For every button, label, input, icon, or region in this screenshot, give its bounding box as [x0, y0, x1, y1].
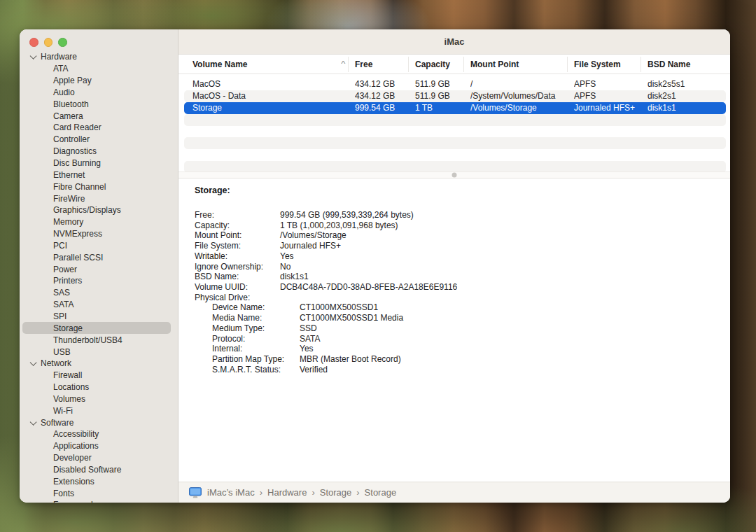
sidebar-item-usb[interactable]: USB: [20, 346, 178, 358]
sidebar-item-label: Extensions: [53, 477, 94, 486]
volumes-table-header: Volume Name^FreeCapacityMount PointFile …: [178, 55, 730, 74]
sidebar-item-thunderbolt-usb4[interactable]: Thunderbolt/USB4: [20, 334, 178, 346]
sidebar-item-accessibility[interactable]: Accessibility: [20, 428, 178, 440]
sidebar-item-label: NVMExpress: [53, 229, 102, 239]
sidebar-item-fibre-channel[interactable]: Fibre Channel: [20, 181, 178, 192]
sidebar-item-label: PCI: [53, 241, 67, 251]
detail-value: DCB4C48A-7DD0-38AD-8FEB-A2A18E6E9116: [280, 282, 457, 293]
detail-label: Writable:: [195, 251, 280, 262]
table-row-macos[interactable]: MacOS434.12 GB511.9 GB/APFSdisk2s5s1: [184, 78, 726, 90]
titlebar[interactable]: iMac: [178, 29, 730, 55]
detail-value: 1 TB (1,000,203,091,968 bytes): [280, 220, 398, 231]
sidebar-group-network[interactable]: Network: [20, 358, 178, 370]
detail-row-free: Free:999.54 GB (999,539,339,264 bytes): [195, 210, 716, 220]
sidebar-item-sas[interactable]: SAS: [20, 287, 178, 299]
pane-splitter[interactable]: [178, 172, 730, 178]
sidebar-item-controller[interactable]: Controller: [20, 134, 178, 146]
sidebar-item-ata[interactable]: ATA: [20, 63, 178, 75]
sidebar-item-firewire[interactable]: FireWire: [20, 192, 178, 204]
sidebar-group-software[interactable]: Software: [20, 416, 178, 428]
sidebar-item-disc-burning[interactable]: Disc Burning: [20, 158, 178, 169]
column-header-free[interactable]: Free: [355, 59, 415, 69]
detail-label: Physical Drive:: [195, 293, 280, 303]
sidebar-item-disabled-software[interactable]: Disabled Software: [20, 464, 178, 476]
cell-bsd-name: disk1s1: [648, 103, 726, 113]
sidebar-item-frameworks[interactable]: Frameworks: [20, 499, 178, 503]
chevron-down-icon[interactable]: [31, 54, 36, 59]
chevron-down-icon[interactable]: [31, 419, 36, 424]
table-row-empty: [184, 137, 726, 149]
sidebar-item-label: SAS: [53, 288, 70, 298]
cell-file-system: APFS: [574, 79, 648, 89]
display-icon: [189, 487, 202, 498]
column-header-file-system[interactable]: File System: [574, 59, 648, 69]
cell-file-system: Journaled HFS+: [574, 103, 648, 113]
column-header-capacity[interactable]: Capacity: [415, 59, 470, 69]
sidebar-item-storage[interactable]: Storage: [22, 322, 171, 334]
sidebar-item-label: USB: [53, 347, 71, 357]
sidebar-item-label: Power: [53, 265, 77, 274]
sidebar-item-sata[interactable]: SATA: [20, 299, 178, 311]
breadcrumb-path: iMac’s iMac›Hardware›Storage›Storage: [207, 487, 396, 498]
sidebar-item-volumes[interactable]: Volumes: [20, 393, 178, 405]
column-header-mount-point[interactable]: Mount Point: [470, 59, 574, 69]
column-header-bsd-name[interactable]: BSD Name: [648, 59, 730, 69]
sidebar-item-label: Software: [41, 418, 74, 428]
column-header-volume-name[interactable]: Volume Name^: [192, 59, 355, 69]
sidebar-item-label: Diagnostics: [53, 146, 97, 156]
sidebar-item-spi[interactable]: SPI: [20, 311, 178, 323]
column-header-label: File System: [574, 59, 621, 69]
detail-row-bsd-name: BSD Name:disk1s1: [195, 272, 716, 282]
breadcrumb-item-storage: Storage: [365, 487, 397, 498]
zoom-button[interactable]: [58, 38, 67, 47]
chevron-down-icon[interactable]: [31, 360, 36, 365]
column-header-label: Mount Point: [470, 59, 519, 69]
sidebar-item-graphics-displays[interactable]: Graphics/Displays: [20, 204, 178, 216]
sidebar-item-power[interactable]: Power: [20, 263, 178, 275]
sidebar-item-audio[interactable]: Audio: [20, 87, 178, 99]
table-row-macos-data[interactable]: MacOS - Data434.12 GB511.9 GB/System/Vol…: [184, 90, 726, 102]
sidebar-item-label: Controller: [53, 134, 90, 144]
sidebar-item-camera[interactable]: Camera: [20, 110, 178, 122]
sidebar-item-memory[interactable]: Memory: [20, 216, 178, 228]
detail-value: SSD: [300, 323, 317, 334]
detail-value: Journaled HFS+: [280, 241, 341, 251]
sidebar-item-card-reader[interactable]: Card Reader: [20, 122, 178, 134]
sidebar-item-applications[interactable]: Applications: [20, 440, 178, 452]
sidebar-item-label: Network: [41, 358, 71, 368]
cell-bsd-name: disk2s5s1: [648, 79, 726, 89]
detail-label: Capacity:: [195, 220, 280, 231]
sidebar-group-hardware[interactable]: Hardware: [20, 51, 178, 63]
table-row-empty: [184, 126, 726, 138]
minimize-button[interactable]: [44, 38, 53, 47]
sidebar-item-printers[interactable]: Printers: [20, 275, 178, 287]
sidebar-item-label: FireWire: [53, 194, 85, 204]
sidebar-item-label: Volumes: [53, 394, 85, 404]
sidebar-item-apple-pay[interactable]: Apple Pay: [20, 75, 178, 87]
sidebar-item-bluetooth[interactable]: Bluetooth: [20, 98, 178, 110]
detail-row-capacity: Capacity:1 TB (1,000,203,091,968 bytes): [195, 220, 716, 231]
sidebar-item-pci[interactable]: PCI: [20, 240, 178, 252]
sidebar-item-locations[interactable]: Locations: [20, 382, 178, 393]
table-row-storage[interactable]: Storage999.54 GB1 TB/Volumes/StorageJour…: [184, 102, 726, 114]
close-button[interactable]: [29, 38, 38, 47]
sidebar-item-developer[interactable]: Developer: [20, 452, 178, 464]
sidebar-item-fonts[interactable]: Fonts: [20, 487, 178, 499]
splitter-handle-icon[interactable]: [452, 173, 457, 178]
detail-value: SATA: [300, 334, 321, 344]
sidebar-item-wi-fi[interactable]: Wi-Fi: [20, 405, 178, 416]
detail-row-partition-map-type: Partition Map Type:MBR (Master Boot Reco…: [212, 354, 716, 365]
breadcrumb-item-storage: Storage: [320, 487, 352, 498]
sidebar-item-label: Fibre Channel: [53, 182, 106, 192]
sidebar-item-ethernet[interactable]: Ethernet: [20, 169, 178, 181]
sidebar-item-label: Ethernet: [53, 170, 85, 180]
sidebar-item-diagnostics[interactable]: Diagnostics: [20, 146, 178, 158]
sidebar-item-firewall[interactable]: Firewall: [20, 370, 178, 382]
detail-row-device-name: Device Name:CT1000MX500SSD1: [212, 302, 716, 313]
sidebar-item-extensions[interactable]: Extensions: [20, 475, 178, 487]
sidebar-item-parallel-scsi[interactable]: Parallel SCSI: [20, 251, 178, 263]
detail-label: Volume UUID:: [195, 282, 280, 293]
cell-capacity: 511.9 GB: [415, 79, 470, 89]
sidebar-item-nvmexpress[interactable]: NVMExpress: [20, 228, 178, 240]
cell-capacity: 1 TB: [415, 103, 470, 113]
